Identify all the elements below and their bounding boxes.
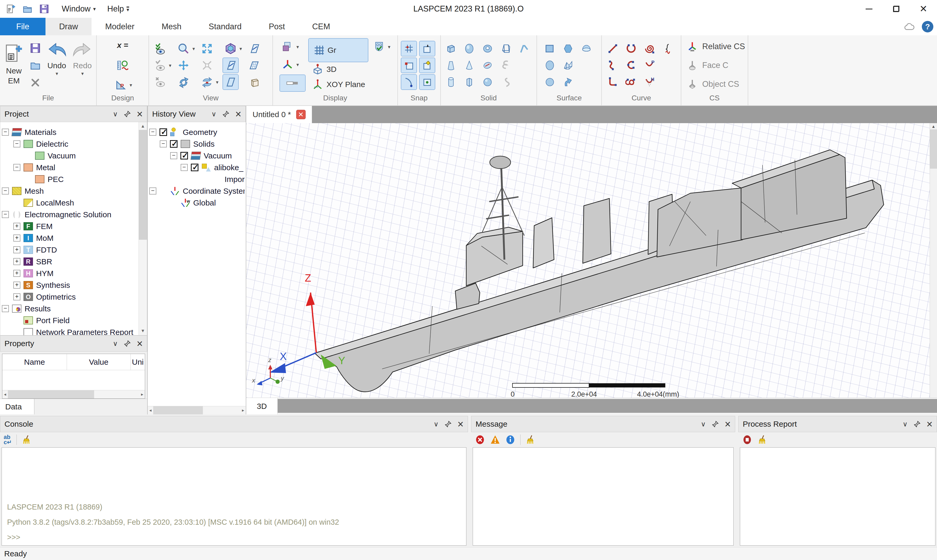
arc-curve-button[interactable] — [623, 41, 639, 56]
expander-toggle[interactable]: − — [170, 152, 177, 159]
curve-h-button[interactable]: H — [642, 75, 657, 89]
history-h-scrollbar[interactable]: ◂▸ — [148, 406, 246, 414]
zoom-extents-button[interactable] — [200, 41, 215, 56]
close-icon[interactable]: × — [235, 109, 241, 119]
scrollbar-thumb[interactable] — [153, 406, 203, 414]
project-scrollbar[interactable]: ▲▼ — [138, 122, 147, 335]
object-cs-button[interactable]: Object CS — [686, 76, 739, 92]
helix-button[interactable] — [498, 58, 514, 73]
new-em-button[interactable]: New EM — [2, 38, 26, 92]
expander-toggle[interactable]: − — [2, 188, 9, 194]
tree-item[interactable]: LocalMesh — [2, 197, 137, 209]
tab-modeler[interactable]: Modeler — [91, 18, 148, 35]
tree-item[interactable]: + R SBR — [2, 256, 137, 268]
clear-report-icon[interactable] — [757, 434, 768, 445]
tab-cem[interactable]: CEM — [298, 18, 344, 35]
sweep-surface-button[interactable] — [560, 75, 576, 89]
tab-standard[interactable]: Standard — [195, 18, 255, 35]
close-button[interactable]: ✕ — [910, 0, 937, 18]
chevron-down-icon[interactable]: ∨ — [211, 110, 217, 118]
tab-draw[interactable]: Draw — [46, 18, 91, 35]
revolve-button[interactable] — [480, 58, 495, 73]
scroll-down-icon[interactable]: ▼ — [141, 328, 145, 334]
tree-item[interactable]: − Mesh — [2, 185, 137, 197]
expander-toggle[interactable]: − — [149, 129, 156, 136]
dome-surface-button[interactable] — [579, 41, 594, 56]
tree-item[interactable]: − Solids — [149, 138, 245, 150]
zoom-button[interactable] — [176, 41, 191, 56]
tree-item[interactable]: + O Optimetrics — [2, 291, 137, 303]
pin-icon[interactable] — [445, 420, 452, 428]
model-display-button[interactable] — [280, 40, 295, 54]
scrollbar-thumb[interactable] — [139, 130, 147, 240]
undo-button[interactable]: Undo ▾ — [45, 38, 69, 92]
expander-toggle[interactable]: − — [2, 129, 9, 136]
expander-toggle[interactable]: − — [2, 305, 9, 312]
visibility-checkbox[interactable] — [191, 164, 198, 171]
tree-item[interactable]: − Coordinate Systems — [149, 185, 245, 197]
visibility-checkbox[interactable] — [170, 140, 177, 148]
tree-item[interactable]: − Vacuum — [149, 150, 245, 162]
column-header-name[interactable]: Name — [2, 354, 67, 370]
fit-all-button[interactable] — [152, 41, 168, 56]
visibility-checkbox[interactable] — [160, 128, 167, 136]
xoy-plane-button[interactable]: XOY Plane — [309, 77, 368, 92]
ellipsoid-button[interactable] — [462, 41, 477, 56]
function-curve-button[interactable] — [660, 41, 675, 56]
expander-toggle[interactable]: − — [13, 164, 20, 171]
variables-button[interactable]: x = — [115, 38, 130, 52]
plane-solid-button[interactable] — [223, 75, 238, 89]
document-tab[interactable]: Untitled 0 * ✕ — [246, 106, 312, 123]
delete-button[interactable] — [28, 75, 43, 90]
close-icon[interactable]: × — [926, 419, 932, 429]
snap-edge-button[interactable] — [401, 58, 417, 73]
tab-file[interactable]: File — [0, 18, 46, 35]
torus-button[interactable] — [480, 41, 495, 56]
expander-toggle[interactable]: − — [2, 211, 9, 218]
expander-toggle[interactable]: − — [160, 140, 167, 148]
open-button[interactable] — [28, 58, 43, 73]
property-h-scrollbar[interactable]: ◂▸ — [2, 390, 145, 398]
scroll-left-icon[interactable]: ◂ — [4, 392, 6, 397]
curve-p-button[interactable]: P — [642, 58, 657, 73]
tree-item[interactable]: w Global — [149, 197, 245, 209]
tree-item[interactable]: − Results — [2, 303, 137, 314]
hide-button[interactable] — [152, 75, 168, 89]
view-3d-box-button[interactable] — [223, 41, 238, 56]
viewport-scrollbar[interactable]: ▲ — [930, 123, 937, 398]
prism-button[interactable] — [462, 75, 477, 89]
mesh-surface-button[interactable] — [560, 58, 576, 73]
plane-view-button[interactable] — [223, 58, 238, 73]
frustum-wire-button[interactable] — [498, 41, 514, 56]
expander-toggle[interactable]: − — [181, 164, 188, 171]
stop-process-icon[interactable] — [742, 434, 752, 445]
mask-check-button[interactable] — [371, 40, 387, 54]
tree-item[interactable]: Vacuum — [2, 150, 137, 162]
scrollbar-thumb[interactable] — [930, 129, 937, 169]
open-file-icon[interactable] — [22, 3, 34, 15]
pan-button[interactable] — [176, 58, 191, 73]
protractor-button[interactable]: P — [113, 78, 128, 92]
visibility-checkbox[interactable] — [180, 152, 188, 160]
scroll-up-icon[interactable]: ▲ — [931, 124, 936, 129]
word-wrap-icon[interactable]: abc↵ — [4, 434, 12, 445]
circle-surface-button[interactable] — [542, 75, 557, 89]
close-icon[interactable]: × — [137, 109, 143, 119]
tree-item[interactable]: + F FEM — [2, 220, 137, 232]
wireframe-box-button[interactable] — [246, 75, 262, 89]
snap-grid-button[interactable] — [401, 41, 417, 56]
expander-toggle[interactable]: + — [13, 282, 20, 289]
pin-icon[interactable] — [124, 340, 131, 347]
ellipse-surface-button[interactable] — [542, 58, 557, 73]
tree-item[interactable]: − Metal — [2, 162, 137, 173]
polyline-l-button[interactable] — [605, 75, 620, 89]
close-icon[interactable]: × — [457, 419, 463, 429]
polygon-surface-button[interactable] — [560, 41, 576, 56]
tree-item[interactable]: − aliboke_ — [149, 162, 245, 173]
snap-midpoint-button[interactable] — [420, 58, 435, 73]
new-document-icon[interactable] — [5, 3, 17, 15]
expander-toggle[interactable]: + — [13, 234, 20, 242]
menu-help[interactable]: Help▾ — [107, 4, 129, 14]
menu-window[interactable]: Window▾ — [62, 4, 96, 14]
sphere-button[interactable] — [480, 75, 495, 89]
